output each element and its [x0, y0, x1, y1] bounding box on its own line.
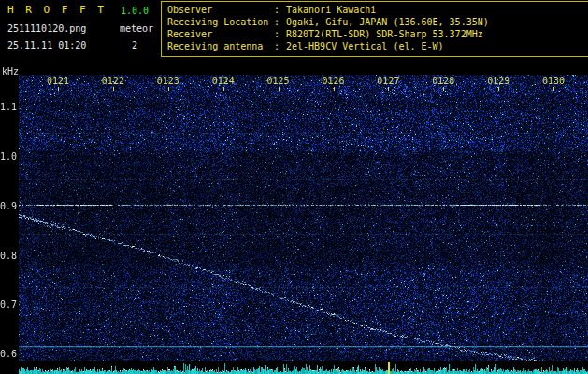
freq-tick-label: 0.9 [0, 200, 16, 210]
time-tick-label: 0125 [267, 76, 290, 86]
freq-tick-label: 0.8 [0, 250, 16, 260]
freq-axis-unit-label: kHz [2, 66, 19, 77]
info-colon: : [274, 40, 286, 52]
info-value: R820T2(RTL-SDR) SDR-Sharp 53.372MHz [286, 28, 483, 40]
time-tick-label: 0122 [102, 76, 124, 86]
info-label: Receiving Location [167, 16, 274, 28]
info-value: Ogaki, Gifu, JAPAN (136.60E, 35.35N) [286, 16, 489, 28]
freq-tick-label: 1.1 [0, 102, 16, 112]
info-colon: : [274, 16, 286, 28]
info-colon: : [274, 28, 286, 40]
info-label: Receiving antenna [167, 40, 274, 52]
signal-level-strip-canvas [19, 362, 588, 374]
info-value: Takanori Kawachi [286, 4, 376, 16]
time-tick-label: 0128 [432, 76, 454, 86]
output-filename: 2511110120.png [7, 23, 86, 34]
time-tick-label: 0129 [487, 76, 509, 86]
app-title: H R O F F T [7, 5, 107, 15]
time-tick-label: 0123 [157, 76, 179, 86]
info-colon: : [274, 4, 286, 16]
info-row-observer: Observer : Takanori Kawachi [167, 4, 588, 16]
freq-tick-label: 1.0 [0, 151, 16, 162]
info-label: Receiver [167, 28, 274, 40]
freq-tick-label: 0.7 [0, 299, 16, 309]
time-tick-label: 0127 [377, 76, 399, 86]
freq-tick-label: 0.6 [0, 349, 16, 359]
app-version: 1.0.0 [121, 6, 149, 16]
info-row-receiver: Receiver : R820T2(RTL-SDR) SDR-Sharp 53.… [167, 28, 588, 40]
info-row-location: Receiving Location : Ogaki, Gifu, JAPAN … [167, 16, 588, 28]
station-info-box: Observer : Takanori Kawachi Receiving Lo… [161, 1, 588, 57]
time-tick-label: 0121 [47, 76, 69, 86]
info-label: Observer [167, 4, 274, 16]
time-tick-label: 0130 [542, 76, 565, 86]
timestamp: 25.11.11 01:20 [7, 40, 86, 50]
echo-count: 2 [132, 40, 137, 50]
time-tick-label: 0126 [322, 76, 344, 86]
observation-mode: meteor [120, 23, 153, 34]
time-tick-label: 0124 [212, 76, 235, 86]
info-row-antenna: Receiving antenna : 2el-HB9CV Vertical (… [167, 40, 588, 52]
spectrogram-canvas [19, 75, 588, 361]
info-value: 2el-HB9CV Vertical (el. E-W) [286, 40, 444, 52]
hrofft-output-screen: H R O F F T 1.0.0 2511110120.png meteor … [0, 0, 588, 374]
